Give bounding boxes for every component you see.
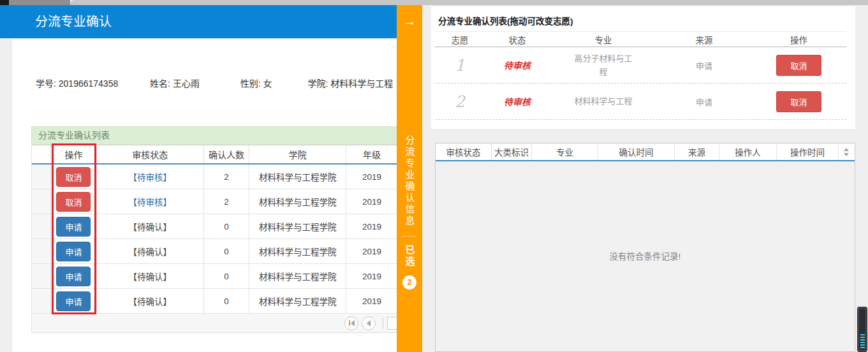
empty-records-message: 没有符合条件记录! (610, 249, 681, 262)
college-cell: 材料科学与工程学院 (249, 239, 346, 263)
info-value: 女 (263, 78, 272, 89)
count-cell: 0 (204, 289, 250, 313)
info-label: 姓名: (150, 78, 170, 89)
grade-cell: 2019 (346, 214, 397, 238)
wish-source: 申请 (657, 59, 751, 71)
prev-page-button[interactable] (362, 316, 376, 330)
college-cell: 材料科学与工程学院 (249, 214, 346, 238)
drawer-tab[interactable]: → 分流专业确认信息 已选 2 (397, 5, 422, 352)
page-title: 分流专业确认 (35, 5, 112, 38)
action-cell: 取消 (51, 189, 97, 214)
table-row: 申请 【待确认】 0 材料科学与工程学院 2019 (32, 264, 397, 289)
info-label: 学号: (36, 78, 56, 89)
grade-cell: 2019 (346, 264, 397, 288)
student-info-item: 学院: 材料科学与工程 (307, 78, 393, 89)
wish-row[interactable]: 2 待审核 材料科学与工程 申请 取消 (435, 84, 846, 120)
action-cell: 申请 (51, 239, 97, 263)
wish-source: 申请 (657, 96, 751, 108)
status-link[interactable]: 【待审核】 (128, 170, 172, 183)
info-value: 201966174358 (59, 78, 118, 89)
count-cell: 2 (204, 189, 250, 214)
count-cell: 0 (204, 264, 250, 288)
wish-action-cell: 取消 (751, 91, 846, 112)
left-panel-card: 学号: 201966174358 姓名: 王心雨 性别: 女 学院: 材料科学与… (11, 40, 397, 352)
row-select-header-cell (32, 145, 51, 163)
wish-major-text: 高分子材料与工程 (573, 52, 634, 79)
status-link[interactable]: 【待确认】 (128, 245, 172, 258)
row-select-cell (32, 189, 51, 214)
page-number-input[interactable] (387, 317, 397, 330)
window-top-edge (0, 0, 868, 5)
row-action-button[interactable]: 取消 (56, 192, 91, 212)
grade-cell: 2019 (346, 239, 397, 263)
wish-cancel-button[interactable]: 取消 (776, 91, 821, 112)
left-panel-header: 分流专业确认 (0, 5, 397, 38)
status-link[interactable]: 【待确认】 (128, 220, 172, 233)
first-page-triangle-icon (351, 320, 355, 326)
table-pager (32, 314, 397, 333)
selected-label: 已选 (403, 245, 416, 268)
confirm-list-table: 操作 审核状态 确认人数 学院 年级 取消 【待审核】 2 材料科学与工程学院 (31, 145, 397, 333)
status-cell: 【待确认】 (97, 239, 204, 263)
wish-action-cell: 取消 (751, 55, 846, 76)
wish-list-card: 分流专业确认列表(拖动可改变志愿) 志愿 状态 专业 来源 操作 1 待审核 高… (431, 6, 855, 129)
college-cell: 材料科学与工程学院 (249, 289, 346, 313)
count-cell: 0 (204, 214, 250, 238)
action-cell: 申请 (51, 264, 97, 288)
row-action-button[interactable]: 申请 (56, 217, 91, 237)
action-cell: 申请 (51, 289, 97, 313)
status-link[interactable]: 【待审核】 (128, 195, 172, 208)
student-info-row: 学号: 201966174358 姓名: 王心雨 性别: 女 学院: 材料科学与… (36, 77, 393, 89)
drawer-divider (402, 236, 416, 237)
row-action-button[interactable]: 申请 (56, 242, 91, 261)
wish-cancel-button[interactable]: 取消 (776, 55, 821, 76)
header-college: 学院 (249, 145, 346, 163)
grade-cell: 2019 (346, 289, 397, 313)
header-category-flag: 大类标识 (492, 143, 532, 160)
status-link[interactable]: 【待确认】 (128, 295, 172, 307)
wish-rank: 1 (435, 56, 485, 75)
header-wish-major: 专业 (550, 33, 657, 46)
table-row: 取消 【待审核】 2 材料科学与工程学院 2019 (32, 165, 397, 189)
first-page-icon (349, 320, 350, 326)
header-grade: 年级 (346, 145, 397, 163)
student-info-item: 性别: 女 (240, 78, 275, 89)
status-link[interactable]: 【待确认】 (128, 270, 172, 282)
selected-count-badge: 2 (402, 275, 416, 290)
expand-arrow-icon[interactable]: → (397, 13, 422, 29)
wish-major: 高分子材料与工程 (550, 52, 657, 79)
scroll-dash (860, 334, 865, 335)
header-operate-time: 操作时间 (777, 143, 839, 160)
action-cell: 申请 (51, 214, 97, 238)
header-review-status: 审核状态 (436, 143, 492, 160)
row-action-button[interactable]: 取消 (56, 167, 91, 187)
row-action-button[interactable]: 申请 (56, 267, 91, 286)
app-screen: 分流专业确认 学号: 201966174358 姓名: 王心雨 性别: 女 (0, 0, 868, 352)
scroll-dash (860, 347, 865, 348)
header-scroll-cell (839, 143, 853, 160)
student-info-item: 姓名: 王心雨 (150, 78, 202, 89)
grade-cell: 2019 (346, 165, 397, 189)
row-select-cell (32, 165, 51, 189)
college-cell: 材料科学与工程学院 (249, 165, 346, 189)
wish-status: 待审核 (485, 59, 550, 71)
floating-scroll-widget[interactable] (857, 307, 867, 352)
header-wish-action: 操作 (751, 33, 846, 46)
college-cell: 材料科学与工程学院 (249, 264, 346, 288)
header-wish-status: 状态 (485, 33, 550, 46)
row-action-button[interactable]: 申请 (56, 291, 91, 311)
wish-major-text: 材料科学与工程 (574, 94, 632, 108)
header-review-status: 审核状态 (97, 145, 204, 163)
scroll-dash (860, 342, 865, 343)
status-cell: 【待确认】 (97, 264, 204, 288)
count-cell: 2 (204, 165, 250, 189)
scroll-dash (860, 339, 865, 341)
wish-major: 材料科学与工程 (550, 94, 657, 108)
wish-row[interactable]: 1 待审核 高分子材料与工程 申请 取消 (435, 47, 846, 84)
scroll-down-icon[interactable] (844, 153, 849, 156)
table-row: 取消 【待审核】 2 材料科学与工程学院 2019 (32, 189, 397, 214)
scroll-dash (860, 344, 865, 346)
scroll-widget-track (859, 309, 865, 350)
scroll-up-icon[interactable] (844, 148, 849, 151)
first-page-button[interactable] (344, 316, 358, 330)
